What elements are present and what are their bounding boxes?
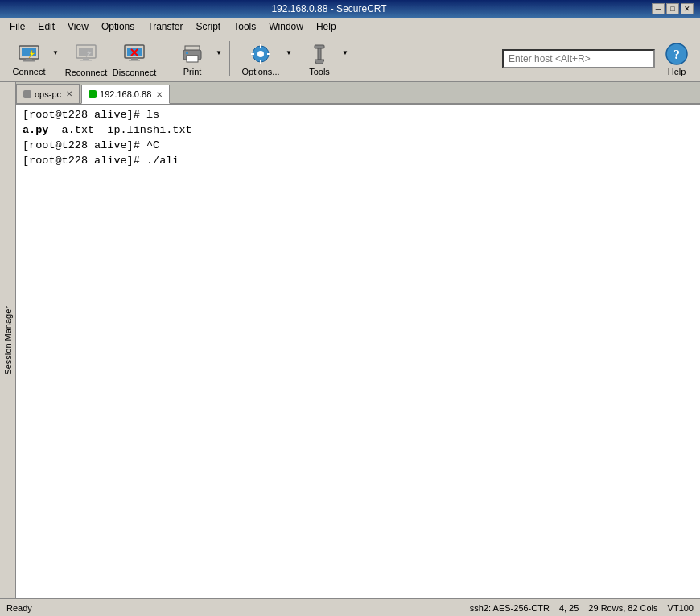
tab-192-label: 192.168.0.88 [100, 89, 151, 99]
tab-192-indicator [89, 90, 97, 98]
svg-rect-18 [187, 56, 198, 62]
terminal[interactable]: [root@t228 alive]# ls a.py a.txt ip.lins… [16, 105, 700, 598]
options-button[interactable]: Options... ▼ [235, 38, 294, 80]
svg-rect-1 [22, 48, 36, 56]
disconnect-icon [121, 40, 147, 66]
svg-rect-6 [79, 48, 93, 56]
help-button[interactable]: ? Help [658, 38, 695, 80]
right-area: ops-pc ✕ 192.168.0.88 ✕ [root@t228 alive… [16, 82, 700, 598]
title-bar-buttons: ─ □ ✕ [652, 3, 694, 14]
help-label: Help [668, 67, 686, 76]
menu-view[interactable]: View [61, 19, 95, 34]
menu-window[interactable]: Window [262, 19, 310, 34]
window-title: 192.168.0.88 - SecureCRT [6, 3, 652, 14]
session-manager-label: Session Manager [3, 306, 13, 375]
session-manager-sidebar[interactable]: Session Manager [0, 82, 16, 598]
reconnect-icon [73, 40, 99, 66]
maximize-button[interactable]: □ [666, 3, 679, 14]
tools-label: Tools [309, 67, 330, 76]
tab-ops-pc-label: ops-pc [35, 89, 61, 99]
svg-text:?: ? [673, 48, 680, 61]
terminal-line-2: a.py a.txt ip.linshi.txt [23, 123, 694, 138]
tools-button[interactable]: Tools ▼ [296, 38, 351, 80]
disconnect-button[interactable]: Disconnect [111, 38, 158, 80]
tab-bar: ops-pc ✕ 192.168.0.88 ✕ [16, 82, 700, 105]
toolbar: Connect ▼ Reconnect [0, 35, 700, 82]
print-icon [179, 41, 205, 67]
svg-marker-28 [315, 60, 324, 64]
tab-ops-pc-close[interactable]: ✕ [66, 89, 72, 98]
reconnect-label: Reconnect [65, 68, 108, 77]
menu-script[interactable]: Script [190, 19, 228, 34]
status-encryption: ssh2: AES-256-CTR [470, 603, 550, 613]
toolbar-sep-1 [163, 41, 163, 76]
menu-bar: File Edit View Options Transfer Script T… [0, 18, 700, 35]
print-dropdown-arrow[interactable]: ▼ [216, 49, 222, 56]
tab-ops-pc[interactable]: ops-pc ✕ [16, 84, 80, 103]
svg-rect-27 [318, 48, 321, 60]
tab-192-168-0-88[interactable]: 192.168.0.88 ✕ [81, 85, 170, 104]
menu-tools[interactable]: Tools [227, 19, 262, 34]
print-button[interactable]: Print ▼ [168, 38, 224, 80]
menu-file[interactable]: File [3, 19, 31, 34]
disconnect-label: Disconnect [113, 68, 156, 77]
connect-icon [16, 41, 42, 67]
svg-rect-26 [315, 45, 324, 48]
terminal-line-3: [root@t228 alive]# ^C [23, 138, 694, 154]
help-icon: ? [664, 41, 690, 67]
connect-button[interactable]: Connect ▼ [5, 38, 61, 80]
menu-help[interactable]: Help [310, 19, 343, 34]
menu-edit[interactable]: Edit [31, 19, 61, 34]
svg-rect-8 [80, 60, 92, 61]
status-right: ssh2: AES-256-CTR 4, 25 29 Rows, 82 Cols… [470, 603, 694, 613]
menu-transfer[interactable]: Transfer [141, 19, 189, 34]
status-ready: Ready [6, 603, 32, 613]
close-button[interactable]: ✕ [681, 3, 694, 14]
main-area: Session Manager ops-pc ✕ 192.168.0.88 ✕ … [0, 82, 700, 598]
status-position: 4, 25 [559, 603, 579, 613]
svg-rect-3 [23, 60, 35, 62]
reconnect-button[interactable]: Reconnect [63, 38, 109, 80]
toolbar-right: ? Help [502, 38, 695, 80]
terminal-bold-apy: a.py [23, 124, 48, 136]
print-label: Print [183, 67, 202, 76]
status-bar: Ready ssh2: AES-256-CTR 4, 25 29 Rows, 8… [0, 598, 700, 616]
tools-dropdown-arrow[interactable]: ▼ [342, 49, 348, 56]
connect-label: Connect [13, 67, 46, 76]
svg-rect-13 [129, 60, 140, 61]
status-terminal-type: VT100 [668, 603, 694, 613]
options-dropdown-arrow[interactable]: ▼ [286, 49, 292, 56]
host-input[interactable] [502, 49, 655, 68]
connect-dropdown-arrow[interactable]: ▼ [52, 49, 59, 56]
minimize-button[interactable]: ─ [652, 3, 665, 14]
tools-icon [307, 41, 332, 67]
toolbar-sep-2 [229, 41, 230, 76]
svg-point-21 [257, 51, 264, 57]
terminal-line-1: [root@t228 alive]# ls [23, 108, 694, 123]
menu-options[interactable]: Options [95, 19, 141, 34]
svg-rect-19 [186, 52, 188, 54]
status-dimensions: 29 Rows, 82 Cols [588, 603, 657, 613]
options-label: Options... [241, 67, 279, 76]
options-icon [248, 41, 274, 67]
terminal-line-4: [root@t228 alive]# ./ali [23, 154, 694, 169]
tab-192-close[interactable]: ✕ [156, 90, 163, 99]
tab-ops-pc-indicator [23, 90, 31, 98]
title-bar: 192.168.0.88 - SecureCRT ─ □ ✕ [0, 0, 700, 18]
